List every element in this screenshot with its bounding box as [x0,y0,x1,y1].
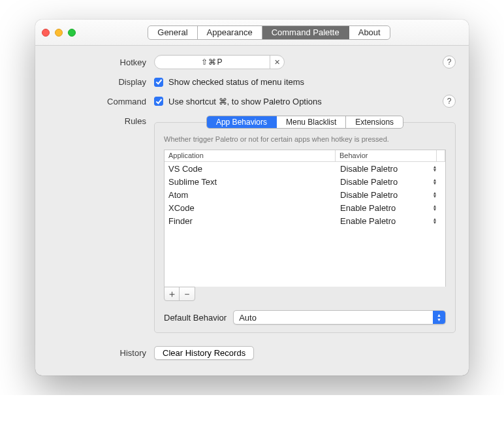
col-behavior[interactable]: Behavior [336,150,437,161]
cell-application: VS Code [165,164,336,174]
titlebar: General Appearance Command Palette About [35,20,469,46]
history-label: History [48,348,146,358]
rules-description: Whether trigger Paletro or not for certa… [155,135,455,150]
table-row[interactable]: Sublime TextDisable Paletro▲▼ [165,175,445,188]
display-label: Display [48,77,146,87]
cell-behavior[interactable]: Disable Paletro▲▼ [336,190,445,200]
close-icon[interactable] [42,29,50,37]
remove-button[interactable]: － [180,287,195,300]
tab-command-palette[interactable]: Command Palette [262,26,349,39]
tab-general[interactable]: General [148,26,197,39]
display-checkbox-label: Show checked status of menu items [168,77,304,87]
default-behavior-value: Auto [239,313,433,323]
table-row[interactable]: AtomDisable Paletro▲▼ [165,188,445,201]
tab-about[interactable]: About [349,26,390,39]
main-tabs: General Appearance Command Palette About [148,25,390,40]
cell-application: Sublime Text [165,177,336,187]
add-button[interactable]: ＋ [165,287,180,300]
minimize-icon[interactable] [55,29,63,37]
cell-behavior[interactable]: Disable Paletro▲▼ [336,164,445,174]
rules-tab-app-behaviors[interactable]: App Behaviors [207,116,277,128]
behaviors-table: Application Behavior VS CodeDisable Pale… [164,150,446,287]
rules-tab-menu-blacklist[interactable]: Menu Blacklist [277,116,346,128]
display-checkbox[interactable] [154,78,163,87]
command-label: Command [48,97,146,106]
behavior-value: Disable Paletro [340,190,398,200]
behavior-value: Disable Paletro [340,164,398,174]
chevron-up-down-icon: ▲▼ [431,191,439,198]
hotkey-label: Hotkey [48,57,146,67]
behavior-value: Enable Paletro [340,203,396,213]
hotkey-value: ⇧⌘P [155,57,270,67]
chevron-up-down-icon: ▲▼ [431,217,439,224]
col-spacer [437,150,445,161]
hotkey-input[interactable]: ⇧⌘P ✕ [154,55,285,69]
table-row[interactable]: VS CodeDisable Paletro▲▼ [165,162,445,175]
clear-history-button[interactable]: Clear History Records [154,346,254,360]
rules-panel: App Behaviors Menu Blacklist Extensions … [154,122,456,333]
command-checkbox[interactable] [154,97,163,106]
command-checkbox-label: Use shortcut ⌘, to show Paletro Options [168,97,322,106]
chevron-up-down-icon: ▲▼ [431,178,439,185]
table-toolbar: ＋ － [164,287,195,301]
default-behavior-select[interactable]: Auto ▲▼ [233,310,446,325]
behavior-value: Disable Paletro [340,177,398,187]
cell-behavior[interactable]: Enable Paletro▲▼ [336,203,445,213]
behavior-value: Enable Paletro [340,216,396,226]
help-command-icon[interactable]: ? [443,95,456,108]
tab-appearance[interactable]: Appearance [198,26,262,39]
clear-hotkey-icon[interactable]: ✕ [270,56,284,69]
rules-tab-extensions[interactable]: Extensions [346,116,403,128]
table-row[interactable]: FinderEnable Paletro▲▼ [165,214,445,227]
table-header: Application Behavior [165,150,445,162]
chevron-up-down-icon: ▲▼ [431,204,439,211]
rules-tabs: App Behaviors Menu Blacklist Extensions [206,116,403,129]
cell-application: Atom [165,190,336,200]
chevron-up-down-icon: ▲▼ [431,165,439,172]
cell-application: XCode [165,203,336,213]
table-row[interactable]: XCodeEnable Paletro▲▼ [165,201,445,214]
chevron-up-down-icon: ▲▼ [433,311,445,324]
default-behavior-label: Default Behavior [164,313,227,323]
window-controls [42,29,76,37]
rules-label: Rules [48,116,146,126]
cell-application: Finder [165,216,336,226]
col-application[interactable]: Application [165,150,336,161]
table-body: VS CodeDisable Paletro▲▼Sublime TextDisa… [165,162,445,287]
cell-behavior[interactable]: Disable Paletro▲▼ [336,177,445,187]
content-area: Hotkey ⇧⌘P ✕ ? Display Show checked stat… [35,46,469,375]
zoom-icon[interactable] [68,29,76,37]
help-hotkey-icon[interactable]: ? [443,56,456,69]
preferences-window: General Appearance Command Palette About… [35,20,469,375]
cell-behavior[interactable]: Enable Paletro▲▼ [336,216,445,226]
